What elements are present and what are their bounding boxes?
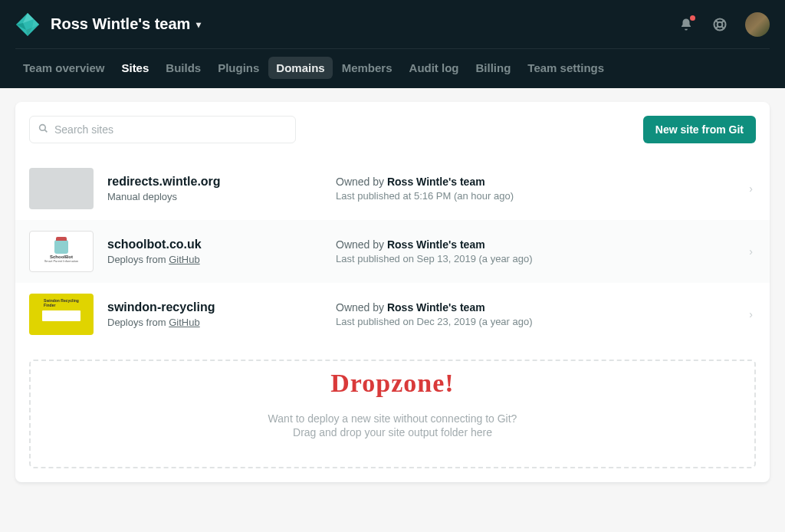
site-title: swindon-recycling bbox=[107, 300, 322, 314]
site-info: redirects.wintle.orgManual deploys bbox=[107, 175, 322, 202]
search-icon bbox=[38, 123, 48, 136]
search-wrap bbox=[29, 116, 296, 143]
team-name-label: Ross Wintle's team bbox=[51, 15, 190, 33]
header-right bbox=[678, 12, 770, 37]
nav-item-audit-log[interactable]: Audit log bbox=[402, 57, 467, 79]
site-row[interactable]: redirects.wintle.orgManual deploysOwned … bbox=[15, 157, 770, 220]
site-owner: Owned by Ross Wintle's team bbox=[336, 176, 735, 188]
svg-point-11 bbox=[40, 125, 46, 131]
dropzone[interactable]: Dropzone! Want to deploy a new site with… bbox=[29, 360, 756, 468]
search-input[interactable] bbox=[29, 116, 296, 143]
site-published: Last published on Dec 23, 2019 (a year a… bbox=[336, 316, 735, 327]
owner-name: Ross Wintle's team bbox=[387, 176, 485, 188]
new-site-button[interactable]: New site from Git bbox=[643, 116, 756, 143]
header: Ross Wintle's team ▾ Team ove bbox=[0, 0, 785, 88]
svg-line-12 bbox=[44, 130, 47, 132]
svg-line-7 bbox=[715, 20, 718, 22]
content: New site from Git redirects.wintle.orgMa… bbox=[0, 88, 785, 496]
site-deploy-source: Deploys from GitHub bbox=[107, 317, 322, 328]
avatar[interactable] bbox=[745, 12, 770, 37]
site-meta: Owned by Ross Wintle's teamLast publishe… bbox=[336, 238, 735, 264]
site-title: redirects.wintle.org bbox=[107, 175, 322, 189]
notifications-button[interactable] bbox=[678, 16, 695, 33]
svg-point-6 bbox=[718, 21, 723, 27]
chevron-right-icon: › bbox=[749, 308, 756, 320]
nav-item-members[interactable]: Members bbox=[334, 57, 400, 79]
nav-item-plugins[interactable]: Plugins bbox=[210, 57, 267, 79]
site-thumbnail bbox=[29, 168, 94, 209]
site-row[interactable]: Swindon RecyclingFinderswindon-recycling… bbox=[15, 283, 770, 346]
dropzone-line1: Want to deploy a new site without connec… bbox=[268, 412, 517, 425]
nav-item-domains[interactable]: Domains bbox=[268, 57, 332, 79]
site-thumbnail: Swindon RecyclingFinder bbox=[29, 294, 94, 335]
owner-label: Owned by bbox=[336, 238, 384, 251]
sites-card: New site from Git redirects.wintle.orgMa… bbox=[15, 102, 770, 482]
deploy-prefix: Deploys from bbox=[107, 317, 169, 328]
site-owner: Owned by Ross Wintle's team bbox=[336, 238, 735, 251]
site-published: Last published at 5:16 PM (an hour ago) bbox=[336, 190, 735, 202]
nav-item-billing[interactable]: Billing bbox=[468, 57, 519, 79]
dropzone-annotation: Dropzone! bbox=[330, 369, 454, 398]
site-meta: Owned by Ross Wintle's teamLast publishe… bbox=[336, 301, 735, 327]
site-meta: Owned by Ross Wintle's teamLast publishe… bbox=[336, 176, 735, 202]
netlify-logo-icon[interactable] bbox=[15, 12, 40, 37]
site-info: schoolbot.co.ukDeploys from GitHub bbox=[107, 238, 322, 265]
notification-dot bbox=[690, 15, 695, 21]
main-nav: Team overviewSitesBuildsPluginsDomainsMe… bbox=[15, 49, 770, 88]
deploy-prefix: Deploys from bbox=[107, 254, 169, 265]
nav-item-team-settings[interactable]: Team settings bbox=[520, 57, 612, 79]
site-owner: Owned by Ross Wintle's team bbox=[336, 301, 735, 314]
chevron-down-icon: ▾ bbox=[196, 19, 201, 30]
svg-line-10 bbox=[722, 26, 724, 28]
nav-item-sites[interactable]: Sites bbox=[113, 57, 156, 79]
sites-list: redirects.wintle.orgManual deploysOwned … bbox=[15, 157, 770, 346]
dropzone-line2: Drag and drop your site output folder he… bbox=[268, 426, 517, 438]
site-deploy-source: Manual deploys bbox=[107, 191, 322, 202]
header-left: Ross Wintle's team ▾ bbox=[15, 12, 201, 37]
owner-label: Owned by bbox=[336, 301, 384, 314]
deploy-source-link[interactable]: GitHub bbox=[169, 254, 199, 265]
card-toolbar: New site from Git bbox=[15, 116, 770, 157]
lifebuoy-icon bbox=[712, 17, 728, 32]
deploy-source-link[interactable]: GitHub bbox=[169, 317, 199, 328]
chevron-right-icon: › bbox=[749, 182, 756, 195]
help-button[interactable] bbox=[711, 16, 728, 33]
chevron-right-icon: › bbox=[749, 245, 756, 258]
site-deploy-source: Deploys from GitHub bbox=[107, 254, 322, 265]
nav-item-builds[interactable]: Builds bbox=[158, 57, 209, 79]
team-switcher[interactable]: Ross Wintle's team ▾ bbox=[51, 15, 201, 33]
svg-line-8 bbox=[722, 20, 724, 22]
owner-name: Ross Wintle's team bbox=[387, 238, 485, 251]
site-info: swindon-recyclingDeploys from GitHub bbox=[107, 300, 322, 328]
owner-label: Owned by bbox=[336, 176, 384, 188]
nav-item-team-overview[interactable]: Team overview bbox=[15, 57, 112, 79]
dropzone-text: Want to deploy a new site without connec… bbox=[268, 411, 517, 440]
site-thumbnail: SchoolBotSmart Parent Information bbox=[29, 231, 94, 272]
header-top: Ross Wintle's team ▾ bbox=[15, 0, 770, 49]
site-title: schoolbot.co.uk bbox=[107, 238, 322, 251]
site-row[interactable]: SchoolBotSmart Parent Informationschoolb… bbox=[15, 220, 770, 283]
site-published: Last published on Sep 13, 2019 (a year a… bbox=[336, 253, 735, 264]
deploy-prefix: Manual deploys bbox=[107, 191, 177, 202]
svg-line-9 bbox=[715, 26, 718, 28]
owner-name: Ross Wintle's team bbox=[387, 301, 485, 314]
